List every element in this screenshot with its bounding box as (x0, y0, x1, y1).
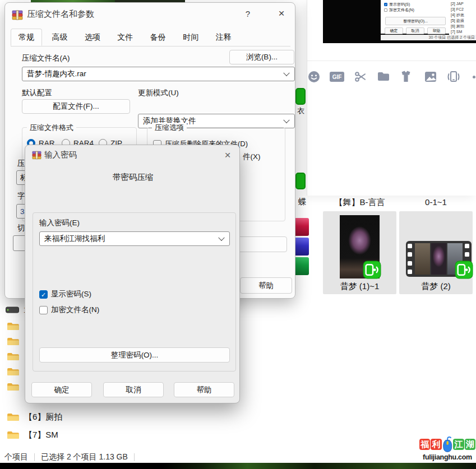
folder-icon (7, 337, 20, 346)
file-label-partial: 蝶 (295, 197, 309, 207)
logo-char: 湖 (465, 439, 475, 450)
chat-panel: ✓ 显示密码(S) 加密文件名(N) 整理密码(O)... 确定 取消 帮助 [… (307, 0, 476, 196)
tab-comment[interactable]: 注释 (209, 29, 239, 45)
checkbox-show-password[interactable]: ✓ 显示密码(S) (39, 289, 91, 299)
mini-help-button: 帮助 (427, 27, 446, 34)
archive-name-label: 压缩文件名(A) (22, 53, 70, 63)
mouse-icon (442, 436, 452, 453)
logo-char: 利 (431, 439, 441, 450)
mini-screenshot-dialog: ✓ 显示密码(S) 加密文件名(N) 整理密码(O)... 确定 取消 帮助 (381, 0, 449, 34)
folder-icon (7, 367, 20, 377)
more-icon[interactable] (473, 76, 475, 78)
folder-icon (7, 352, 20, 361)
checkbox-encrypt-filenames[interactable]: 加密文件名(N) (39, 305, 99, 315)
checkbox-checked-icon: ✓ (39, 290, 48, 299)
mini-checkbox (384, 8, 387, 12)
tree-item-label: 【7】SM (24, 430, 58, 440)
password-input[interactable]: 来福利江湖找福利 (39, 231, 230, 246)
file-item-ximeng-2[interactable]: 昔梦 (2) (399, 211, 473, 294)
folder-icon (7, 382, 20, 392)
help-button[interactable]: 帮助 (174, 382, 234, 397)
folder-icon (7, 430, 20, 440)
mini-checkbox-checked: ✓ (384, 3, 387, 6)
mini-organize-button: 整理密码(O)... (385, 17, 446, 25)
update-mode-label: 更新模式(U) (138, 88, 179, 98)
tab-divider (11, 46, 290, 47)
file-label[interactable]: 【舞】B-言言 (323, 197, 396, 208)
winrar-icon (32, 151, 41, 160)
tab-bar: 常规 高级 选项 文件 备份 时间 注释 (11, 29, 239, 46)
emoji-icon[interactable] (307, 70, 321, 83)
profiles-button[interactable]: 配置文件(F)... (22, 99, 130, 114)
cast-overlay-icon (455, 261, 473, 279)
checkbox-icon (39, 306, 48, 314)
tab-options[interactable]: 选项 (77, 29, 108, 45)
logo-char: 福 (419, 439, 430, 450)
mini-cancel-button: 取消 (406, 27, 424, 34)
statusbar: 个项目 已选择 2 个项目 1.13 GB (0, 452, 476, 463)
mini-encrypt-label: 加密文件名(N) (389, 7, 414, 13)
browse-button[interactable]: 浏览(B)... (229, 50, 294, 64)
dialog-title: 输入密码 (44, 150, 77, 160)
chevron-down-icon (283, 117, 289, 123)
shake-phone-icon[interactable] (446, 70, 461, 83)
tab-general[interactable]: 常规 (11, 29, 42, 46)
tab-advanced[interactable]: 高级 (44, 29, 75, 45)
chat-image-message[interactable]: ✓ 显示密码(S) 加密文件名(N) 整理密码(O)... 确定 取消 帮助 [… (323, 0, 476, 43)
ok-button[interactable]: 确定 (31, 382, 92, 397)
folder-icon (7, 412, 20, 422)
cast-overlay-icon (363, 261, 381, 279)
sfx-option-fragment: 件(X) (243, 152, 261, 162)
password-header: 带密码压缩 (25, 172, 241, 183)
folder-icon (7, 322, 20, 331)
desktop-edge-strip (0, 463, 476, 469)
compression-method-fragment: 压 (17, 159, 25, 169)
chevron-down-icon (283, 70, 289, 76)
mini-ok-button: 确定 (385, 27, 403, 34)
file-thumbnail-partial[interactable] (295, 173, 306, 189)
cancel-button[interactable]: 取消 (103, 382, 164, 397)
organize-passwords-button[interactable]: 整理密码(O)... (39, 347, 230, 363)
file-label-fragment: 衣 (297, 106, 304, 116)
desktop: 100 【 【 【 【 【 【6】厕拍 【7】SM 衣 蝶 【舞】B-言言 0-… (0, 0, 476, 469)
password-group: 输入密码(E) 来福利江湖找福利 ✓ 显示密码(S) 加密文件名(N) 整理密码… (33, 212, 236, 372)
statusbar-selection: 已选择 2 个项目 1.13 GB (41, 452, 128, 462)
tab-time[interactable]: 时间 (175, 29, 206, 45)
mini-screenshot-statusbar: 30 个项目 已选择 2 个项目 (381, 35, 476, 40)
set-password-button-partial[interactable] (238, 236, 287, 252)
screenshot-scissors-icon[interactable] (354, 70, 367, 83)
file-folder-icon[interactable] (377, 70, 390, 83)
profile-label: 默认配置 (22, 88, 52, 98)
help-button[interactable]: 帮助 (240, 277, 292, 294)
file-item-ximeng-1[interactable]: 昔梦 (1)~1 (323, 211, 396, 294)
toolbar-divider (307, 61, 476, 61)
archive-name-value: 昔梦-情趣内衣.rar (27, 69, 86, 79)
help-caption-button[interactable]: ? (242, 7, 254, 20)
tab-backup[interactable]: 备份 (143, 29, 173, 45)
chevron-down-icon (218, 235, 224, 241)
close-icon[interactable]: × (219, 148, 236, 162)
image-icon[interactable] (424, 70, 437, 83)
tree-item-folder-7[interactable]: 【7】SM (7, 429, 58, 440)
gif-icon[interactable]: GIF (330, 72, 344, 82)
file-label[interactable]: 0-1~1 (399, 197, 473, 207)
password-value: 来福利江湖找福利 (44, 234, 105, 244)
statusbar-items-count: 个项目 (4, 452, 28, 462)
dialog-title: 压缩文件名和参数 (27, 9, 94, 20)
file-name: 昔梦 (1)~1 (323, 281, 396, 292)
shirt-icon[interactable] (399, 70, 413, 83)
file-name: 昔梦 (2) (399, 281, 473, 292)
tree-item-folder-6[interactable]: 【6】厕拍 (7, 411, 62, 422)
mini-show-password-label: 显示密码(S) (389, 2, 410, 7)
tab-files[interactable]: 文件 (110, 29, 140, 45)
enter-password-dialog: 输入密码 × 带密码压缩 输入密码(E) 来福利江湖找福利 ✓ 显示密码(S) … (25, 145, 240, 403)
compression-options-label: 压缩选项 (152, 123, 187, 133)
winrar-icon (12, 10, 23, 20)
enter-password-label: 输入密码(E) (39, 218, 80, 228)
statusbar-separator (34, 453, 35, 461)
statusbar-separator (134, 453, 135, 461)
close-icon[interactable]: × (273, 6, 290, 21)
tree-item-label: 【6】厕拍 (24, 412, 62, 422)
archive-name-input[interactable]: 昔梦-情趣内衣.rar (22, 67, 295, 81)
file-thumbnail-partial[interactable] (295, 88, 306, 105)
